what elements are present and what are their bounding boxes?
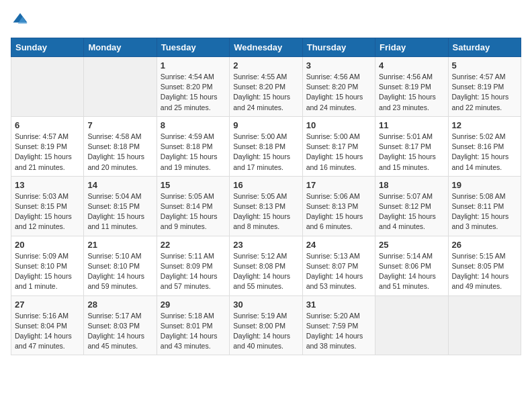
day-number: 11 bbox=[379, 120, 444, 130]
logo bbox=[11, 11, 32, 30]
calendar-cell: 20Sunrise: 5:09 AM Sunset: 8:10 PM Dayli… bbox=[11, 236, 84, 295]
day-info: Sunrise: 5:12 AM Sunset: 8:08 PM Dayligh… bbox=[233, 251, 298, 292]
day-number: 29 bbox=[161, 300, 226, 310]
day-number: 17 bbox=[306, 180, 371, 190]
calendar-cell: 18Sunrise: 5:07 AM Sunset: 8:12 PM Dayli… bbox=[375, 176, 448, 236]
calendar-cell bbox=[11, 57, 84, 117]
calendar-week-row: 1Sunrise: 4:54 AM Sunset: 8:20 PM Daylig… bbox=[11, 57, 521, 117]
day-info: Sunrise: 4:57 AM Sunset: 8:19 PM Dayligh… bbox=[15, 132, 80, 173]
day-number: 5 bbox=[452, 60, 517, 71]
day-number: 2 bbox=[233, 60, 298, 71]
day-number: 22 bbox=[161, 240, 226, 250]
weekday-header: Sunday bbox=[11, 38, 84, 57]
day-info: Sunrise: 4:59 AM Sunset: 8:18 PM Dayligh… bbox=[161, 132, 226, 173]
day-number: 14 bbox=[87, 180, 152, 190]
day-number: 20 bbox=[15, 240, 80, 250]
day-info: Sunrise: 5:10 AM Sunset: 8:10 PM Dayligh… bbox=[87, 251, 152, 292]
day-info: Sunrise: 5:08 AM Sunset: 8:11 PM Dayligh… bbox=[452, 191, 517, 232]
day-info: Sunrise: 5:04 AM Sunset: 8:15 PM Dayligh… bbox=[87, 191, 152, 232]
weekday-header: Friday bbox=[375, 38, 448, 57]
calendar-cell: 10Sunrise: 5:00 AM Sunset: 8:17 PM Dayli… bbox=[302, 116, 375, 176]
calendar-cell: 21Sunrise: 5:10 AM Sunset: 8:10 PM Dayli… bbox=[84, 236, 157, 295]
calendar-cell: 5Sunrise: 4:57 AM Sunset: 8:19 PM Daylig… bbox=[448, 57, 521, 117]
day-info: Sunrise: 5:13 AM Sunset: 8:07 PM Dayligh… bbox=[306, 251, 371, 292]
day-number: 26 bbox=[452, 240, 517, 250]
day-info: Sunrise: 5:19 AM Sunset: 8:00 PM Dayligh… bbox=[233, 311, 298, 352]
calendar-cell: 13Sunrise: 5:03 AM Sunset: 8:15 PM Dayli… bbox=[11, 176, 84, 236]
day-info: Sunrise: 5:20 AM Sunset: 7:59 PM Dayligh… bbox=[306, 311, 371, 352]
day-info: Sunrise: 5:06 AM Sunset: 8:13 PM Dayligh… bbox=[306, 191, 371, 232]
calendar-cell: 2Sunrise: 4:55 AM Sunset: 8:20 PM Daylig… bbox=[230, 57, 302, 117]
day-info: Sunrise: 5:05 AM Sunset: 8:14 PM Dayligh… bbox=[161, 191, 226, 232]
calendar-cell: 1Sunrise: 4:54 AM Sunset: 8:20 PM Daylig… bbox=[157, 57, 229, 117]
day-info: Sunrise: 5:18 AM Sunset: 8:01 PM Dayligh… bbox=[161, 311, 226, 352]
weekday-header: Thursday bbox=[302, 38, 375, 57]
day-number: 10 bbox=[306, 120, 371, 130]
day-info: Sunrise: 5:07 AM Sunset: 8:12 PM Dayligh… bbox=[379, 191, 444, 232]
day-info: Sunrise: 5:14 AM Sunset: 8:06 PM Dayligh… bbox=[379, 251, 444, 292]
day-number: 23 bbox=[233, 240, 298, 250]
day-number: 28 bbox=[87, 300, 152, 310]
day-info: Sunrise: 4:58 AM Sunset: 8:18 PM Dayligh… bbox=[87, 132, 152, 173]
calendar-cell: 31Sunrise: 5:20 AM Sunset: 7:59 PM Dayli… bbox=[302, 295, 375, 355]
calendar-week-row: 20Sunrise: 5:09 AM Sunset: 8:10 PM Dayli… bbox=[11, 236, 521, 295]
day-info: Sunrise: 5:15 AM Sunset: 8:05 PM Dayligh… bbox=[452, 251, 517, 292]
day-info: Sunrise: 5:09 AM Sunset: 8:10 PM Dayligh… bbox=[15, 251, 80, 292]
day-number: 8 bbox=[161, 120, 226, 130]
calendar-cell bbox=[448, 295, 521, 355]
calendar-cell: 12Sunrise: 5:02 AM Sunset: 8:16 PM Dayli… bbox=[448, 116, 521, 176]
calendar: SundayMondayTuesdayWednesdayThursdayFrid… bbox=[11, 38, 521, 355]
day-info: Sunrise: 5:05 AM Sunset: 8:13 PM Dayligh… bbox=[233, 191, 298, 232]
day-number: 19 bbox=[452, 180, 517, 190]
header bbox=[11, 11, 521, 30]
calendar-cell: 8Sunrise: 4:59 AM Sunset: 8:18 PM Daylig… bbox=[157, 116, 229, 176]
day-info: Sunrise: 5:00 AM Sunset: 8:18 PM Dayligh… bbox=[233, 132, 298, 173]
calendar-cell: 23Sunrise: 5:12 AM Sunset: 8:08 PM Dayli… bbox=[230, 236, 302, 295]
calendar-cell: 29Sunrise: 5:18 AM Sunset: 8:01 PM Dayli… bbox=[157, 295, 229, 355]
day-info: Sunrise: 5:03 AM Sunset: 8:15 PM Dayligh… bbox=[15, 191, 80, 232]
day-info: Sunrise: 4:56 AM Sunset: 8:19 PM Dayligh… bbox=[379, 72, 444, 113]
day-number: 31 bbox=[306, 300, 371, 310]
calendar-cell: 28Sunrise: 5:17 AM Sunset: 8:03 PM Dayli… bbox=[84, 295, 157, 355]
day-info: Sunrise: 5:01 AM Sunset: 8:17 PM Dayligh… bbox=[379, 132, 444, 173]
calendar-cell: 7Sunrise: 4:58 AM Sunset: 8:18 PM Daylig… bbox=[84, 116, 157, 176]
calendar-cell: 19Sunrise: 5:08 AM Sunset: 8:11 PM Dayli… bbox=[448, 176, 521, 236]
calendar-cell: 26Sunrise: 5:15 AM Sunset: 8:05 PM Dayli… bbox=[448, 236, 521, 295]
weekday-header: Tuesday bbox=[157, 38, 229, 57]
day-number: 4 bbox=[379, 60, 444, 71]
day-info: Sunrise: 4:55 AM Sunset: 8:20 PM Dayligh… bbox=[233, 72, 298, 113]
weekday-header: Saturday bbox=[448, 38, 521, 57]
day-number: 30 bbox=[233, 300, 298, 310]
calendar-cell bbox=[375, 295, 448, 355]
day-info: Sunrise: 5:11 AM Sunset: 8:09 PM Dayligh… bbox=[161, 251, 226, 292]
day-info: Sunrise: 4:54 AM Sunset: 8:20 PM Dayligh… bbox=[161, 72, 226, 113]
weekday-header: Wednesday bbox=[230, 38, 302, 57]
day-info: Sunrise: 5:16 AM Sunset: 8:04 PM Dayligh… bbox=[15, 311, 80, 352]
calendar-cell: 25Sunrise: 5:14 AM Sunset: 8:06 PM Dayli… bbox=[375, 236, 448, 295]
calendar-cell: 22Sunrise: 5:11 AM Sunset: 8:09 PM Dayli… bbox=[157, 236, 229, 295]
day-info: Sunrise: 4:56 AM Sunset: 8:20 PM Dayligh… bbox=[306, 72, 371, 113]
day-number: 3 bbox=[306, 60, 371, 71]
day-number: 24 bbox=[306, 240, 371, 250]
weekday-header: Monday bbox=[84, 38, 157, 57]
calendar-cell: 15Sunrise: 5:05 AM Sunset: 8:14 PM Dayli… bbox=[157, 176, 229, 236]
day-number: 27 bbox=[15, 300, 80, 310]
day-info: Sunrise: 5:00 AM Sunset: 8:17 PM Dayligh… bbox=[306, 132, 371, 173]
calendar-cell: 17Sunrise: 5:06 AM Sunset: 8:13 PM Dayli… bbox=[302, 176, 375, 236]
day-number: 18 bbox=[379, 180, 444, 190]
logo-icon bbox=[11, 11, 30, 30]
calendar-cell: 4Sunrise: 4:56 AM Sunset: 8:19 PM Daylig… bbox=[375, 57, 448, 117]
calendar-cell: 24Sunrise: 5:13 AM Sunset: 8:07 PM Dayli… bbox=[302, 236, 375, 295]
calendar-cell: 6Sunrise: 4:57 AM Sunset: 8:19 PM Daylig… bbox=[11, 116, 84, 176]
calendar-cell: 30Sunrise: 5:19 AM Sunset: 8:00 PM Dayli… bbox=[230, 295, 302, 355]
calendar-cell: 27Sunrise: 5:16 AM Sunset: 8:04 PM Dayli… bbox=[11, 295, 84, 355]
calendar-cell: 3Sunrise: 4:56 AM Sunset: 8:20 PM Daylig… bbox=[302, 57, 375, 117]
day-number: 15 bbox=[161, 180, 226, 190]
calendar-cell: 9Sunrise: 5:00 AM Sunset: 8:18 PM Daylig… bbox=[230, 116, 302, 176]
day-number: 16 bbox=[233, 180, 298, 190]
calendar-cell: 16Sunrise: 5:05 AM Sunset: 8:13 PM Dayli… bbox=[230, 176, 302, 236]
calendar-header-row: SundayMondayTuesdayWednesdayThursdayFrid… bbox=[11, 38, 521, 57]
calendar-cell: 14Sunrise: 5:04 AM Sunset: 8:15 PM Dayli… bbox=[84, 176, 157, 236]
day-info: Sunrise: 5:17 AM Sunset: 8:03 PM Dayligh… bbox=[87, 311, 152, 352]
calendar-week-row: 6Sunrise: 4:57 AM Sunset: 8:19 PM Daylig… bbox=[11, 116, 521, 176]
